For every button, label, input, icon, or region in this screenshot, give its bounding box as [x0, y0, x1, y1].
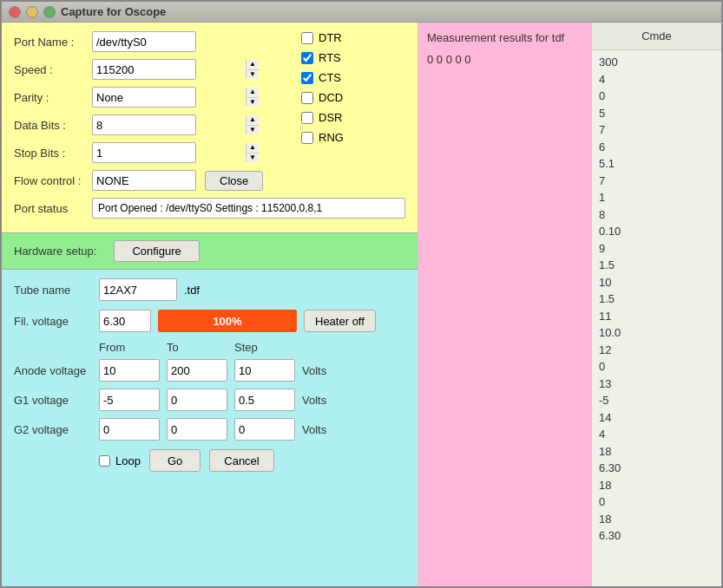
cmde-list-item: 8 — [599, 206, 714, 224]
data-bits-up-btn[interactable]: ▲ — [246, 115, 259, 126]
measurement-title: Measurement results for tdf — [427, 31, 582, 44]
g1-from-input[interactable] — [99, 389, 160, 411]
anode-step-input[interactable] — [234, 359, 295, 382]
speed-row: Speed : ▲ ▼ — [14, 59, 292, 80]
cmde-list-item: 12 — [599, 342, 714, 359]
rng-checkbox-row: RNG — [301, 131, 405, 144]
parity-input[interactable] — [93, 88, 246, 107]
dsr-label: DSR — [319, 111, 342, 124]
port-name-input[interactable] — [92, 31, 196, 52]
g2-to-input[interactable] — [167, 418, 227, 441]
tube-name-label: Tube name — [14, 284, 92, 297]
port-status-label: Port status — [14, 202, 92, 215]
parity-spinner[interactable]: ▲ ▼ — [92, 87, 196, 108]
cmde-list-item: 4 — [599, 426, 714, 443]
speed-input[interactable] — [93, 60, 246, 79]
g1-to-input[interactable] — [167, 389, 227, 411]
maximize-window-btn[interactable] — [43, 6, 56, 18]
stop-bits-up-btn[interactable]: ▲ — [246, 143, 259, 154]
heater-off-button[interactable]: Heater off — [304, 310, 376, 332]
flow-control-spinner[interactable]: ▲ ▼ — [92, 170, 196, 191]
cmde-list-item: 5.1 — [599, 155, 714, 173]
g2-from-input[interactable] — [99, 418, 160, 441]
port-name-row: Port Name : — [14, 31, 292, 52]
cmde-list-item: 0 — [599, 358, 714, 376]
anode-to-input[interactable] — [167, 359, 227, 382]
data-bits-spinner[interactable]: ▲ ▼ — [92, 114, 196, 135]
cmde-list-item: 18 — [599, 477, 714, 494]
port-status-row: Port status Port Opened : /dev/ttyS0 Set… — [14, 198, 405, 219]
speed-spinner[interactable]: ▲ ▼ — [92, 59, 196, 80]
data-bits-input[interactable] — [93, 115, 246, 134]
cmde-list-item: 10 — [599, 274, 714, 291]
rts-label: RTS — [319, 51, 341, 64]
cmde-list-item: 14 — [599, 409, 714, 427]
fil-voltage-input[interactable] — [99, 310, 151, 332]
dcd-label: DCD — [319, 91, 343, 104]
parity-down-btn[interactable]: ▼ — [246, 98, 259, 108]
serial-checkboxes: DTR RTS CTS DCD — [292, 31, 405, 198]
cancel-button[interactable]: Cancel — [209, 449, 273, 472]
g2-voltage-row: G2 voltage Volts — [14, 418, 405, 441]
dtr-label: DTR — [319, 31, 342, 44]
data-bits-down-btn[interactable]: ▼ — [246, 126, 259, 135]
titlebar: Capture for Oscope — [2, 2, 721, 23]
rts-checkbox[interactable] — [301, 52, 313, 64]
hardware-setup-label: Hardware setup: — [14, 245, 96, 258]
anode-from-input[interactable] — [99, 359, 160, 382]
g1-step-input[interactable] — [234, 389, 295, 411]
cmde-header: Cmde — [592, 23, 721, 50]
anode-unit: Volts — [302, 364, 326, 377]
anode-voltage-row: Anode voltage Volts — [14, 359, 405, 382]
stop-bits-down-btn[interactable]: ▼ — [246, 154, 259, 163]
g2-step-input[interactable] — [234, 418, 295, 441]
dsr-checkbox-row: DSR — [301, 111, 405, 124]
stop-bits-input[interactable] — [93, 143, 246, 162]
left-panel: Port Name : Speed : ▲ ▼ — [2, 23, 418, 586]
port-name-label: Port Name : — [14, 36, 92, 49]
cmde-list-item: 18 — [599, 443, 714, 461]
speed-down-btn[interactable]: ▼ — [246, 70, 259, 80]
dtr-checkbox[interactable] — [301, 32, 313, 44]
configure-button[interactable]: Configure — [114, 240, 199, 262]
rng-label: RNG — [319, 131, 344, 144]
tube-ext-label: .tdf — [184, 284, 200, 297]
hardware-setup-section: Hardware setup: Configure — [2, 232, 417, 270]
rng-checkbox[interactable] — [301, 132, 313, 144]
flow-control-label: Flow control : — [14, 174, 92, 187]
cmde-list-item: 10.0 — [599, 324, 714, 342]
loop-checkbox[interactable] — [99, 455, 110, 467]
cmde-list-item: 7 — [599, 173, 714, 190]
cmde-list-item: 1.5 — [599, 291, 714, 308]
cmde-list-item: 6.30 — [599, 527, 714, 545]
measurement-panel: Measurement results for tdf 0 0 0 0 0 — [418, 23, 592, 586]
close-window-btn[interactable] — [9, 6, 21, 18]
cmde-list-item: 18 — [599, 511, 714, 528]
tube-section: Tube name .tdf Fil. voltage 100% Heater … — [2, 270, 417, 586]
anode-voltage-label: Anode voltage — [14, 364, 92, 377]
cmde-list[interactable]: 300405765.17180.1091.5101.51110.012013-5… — [592, 50, 721, 586]
cmde-panel: Cmde 300405765.17180.1091.5101.51110.012… — [592, 23, 721, 586]
close-port-button[interactable]: Close — [205, 171, 263, 191]
g2-unit: Volts — [302, 423, 326, 436]
cmde-list-item: 300 — [599, 54, 714, 71]
cts-checkbox-row: CTS — [301, 71, 405, 84]
parity-row: Parity : ▲ ▼ — [14, 87, 292, 108]
dcd-checkbox[interactable] — [301, 92, 313, 104]
flow-control-row: Flow control : ▲ ▼ Close — [14, 170, 292, 191]
speed-up-btn[interactable]: ▲ — [246, 60, 259, 70]
parity-label: Parity : — [14, 91, 92, 104]
cmde-list-item: 9 — [599, 240, 714, 258]
g2-voltage-label: G2 voltage — [14, 423, 92, 436]
tube-name-input[interactable] — [99, 278, 177, 301]
cts-checkbox[interactable] — [301, 72, 313, 84]
data-bits-row: Data Bits : ▲ ▼ — [14, 114, 292, 135]
fil-voltage-label: Fil. voltage — [14, 315, 92, 328]
stop-bits-spinner[interactable]: ▲ ▼ — [92, 142, 196, 163]
dsr-checkbox[interactable] — [301, 112, 313, 124]
minimize-window-btn[interactable] — [26, 6, 38, 18]
loop-checkbox-container: Loop — [99, 454, 141, 467]
go-button[interactable]: Go — [149, 449, 200, 472]
cmde-list-item: 0.10 — [599, 223, 714, 240]
parity-up-btn[interactable]: ▲ — [246, 88, 259, 98]
